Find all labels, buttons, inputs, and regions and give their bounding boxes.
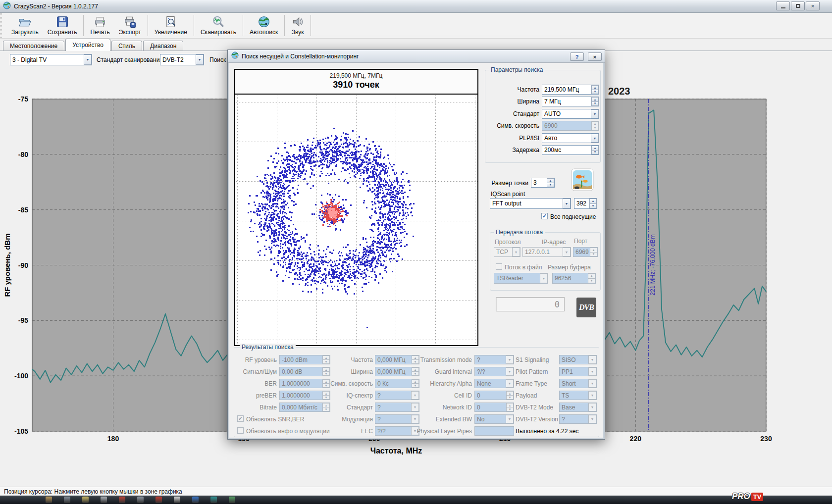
port-stepper: 6969 ▲▼: [573, 247, 598, 257]
point-size-stepper[interactable]: 3 ▲▼: [531, 178, 555, 188]
dialog-close-button[interactable]: ×: [588, 52, 602, 61]
taskbar-icon-5[interactable]: [137, 497, 144, 503]
spin-down-icon[interactable]: ▼: [547, 183, 554, 188]
spin-down-icon: ▼: [506, 407, 514, 411]
spin-up-icon[interactable]: ▲: [547, 178, 554, 183]
tab-range[interactable]: Диапазон: [143, 41, 183, 51]
spin-down-icon[interactable]: ▼: [589, 204, 597, 209]
spin-up-icon[interactable]: ▲: [591, 146, 599, 151]
results-checkbox-label-1: Обновлять инфо о модуляции: [246, 428, 330, 435]
result-field-col3-2: None▼: [474, 379, 514, 388]
chevron-down-icon: ▼: [588, 367, 596, 376]
chevron-down-icon: ▼: [588, 403, 596, 411]
taskbar-icon-8[interactable]: [192, 497, 199, 503]
param-label-3: Симв. скорость: [488, 122, 539, 129]
y-tick-label: -105: [14, 427, 28, 435]
param-label-5: Задержка: [488, 147, 539, 153]
param-field-5[interactable]: 200мс▲▼: [542, 145, 599, 155]
device-select[interactable]: 3 - Digital TV ▼: [10, 54, 92, 65]
toolbar-separator: [83, 15, 84, 36]
constellation-dialog[interactable]: Поиск несущей и Constellation-мониторинг…: [227, 50, 605, 440]
dialog-title: Поиск несущей и Constellation-мониторинг: [242, 53, 359, 60]
results-checkbox-1[interactable]: [237, 427, 244, 434]
buffer-size-stepper: 96256 ▲▼: [552, 273, 596, 284]
result-label-col1-1: Сигнал/Шум: [233, 368, 277, 375]
constellation-freq-label: 219,500 МГц, 7МГц: [235, 72, 477, 79]
spin-up-icon[interactable]: ▲: [591, 97, 599, 102]
tab-style[interactable]: Стиль: [111, 41, 142, 51]
spin-up-icon[interactable]: ▲: [589, 199, 597, 204]
toolbar-button-export-printer[interactable]: Экспорт: [114, 13, 146, 38]
spin-down-icon[interactable]: ▼: [591, 151, 599, 155]
result-field-col3-1: ?/?▼: [474, 367, 514, 376]
taskbar-icon-1[interactable]: [64, 497, 70, 503]
x-axis-title: Частота, MHz: [370, 447, 422, 455]
toolbar-button-autosearch-globe[interactable]: Автопоиск: [245, 13, 282, 38]
result-label-col4-1: Pilot Pattern: [516, 368, 557, 375]
taskbar-icon-6[interactable]: [156, 497, 162, 503]
param-field-4[interactable]: Авто▼: [542, 133, 599, 143]
param-label-2: Стандарт: [488, 110, 539, 117]
taskbar-icon-10[interactable]: [229, 497, 235, 503]
param-field-0[interactable]: 219,500 МГц▲▼: [542, 85, 599, 95]
toolbar-button-label: Увеличение: [155, 29, 187, 36]
all-subcarriers-checkbox[interactable]: ✓: [541, 213, 548, 219]
result-label-col2-4: Стандарт: [320, 404, 373, 411]
chevron-down-icon[interactable]: ▼: [591, 134, 599, 143]
constellation-canvas: [235, 96, 477, 345]
chevron-down-icon[interactable]: ▼: [591, 109, 599, 118]
scan-standard-select[interactable]: DVB-T2 ▼: [160, 54, 204, 65]
taskbar-icon-0[interactable]: [46, 497, 52, 503]
tab-label: Стиль: [118, 43, 135, 50]
dialog-titlebar[interactable]: Поиск несущей и Constellation-мониторинг: [228, 50, 605, 63]
spin-up-icon[interactable]: ▲: [591, 85, 599, 90]
taskbar-icon-4[interactable]: [119, 497, 125, 503]
stream-to-file-checkbox[interactable]: [496, 263, 502, 270]
main-titlebar[interactable]: CrazyScan2 - Версия 1.0.2.177: [0, 0, 832, 13]
toolbar-button-label: Загрузить: [11, 29, 39, 36]
results-checkbox-0[interactable]: ✓: [237, 415, 244, 422]
protv-pro-text: PRO: [732, 492, 750, 502]
toolbar-button-open-folder[interactable]: Загрузить: [7, 13, 43, 38]
windows-taskbar[interactable]: [0, 496, 832, 504]
result-field-col2-2: 0 Кс▲▼: [375, 379, 419, 388]
dialog-help-button[interactable]: ?: [570, 52, 584, 61]
chevron-down-icon: ▼: [563, 248, 571, 256]
chevron-down-icon[interactable]: ▼: [196, 54, 204, 65]
toolbar-button-speaker[interactable]: Звук: [287, 13, 309, 38]
iqscan-point-select[interactable]: FFT output ▼: [490, 198, 571, 209]
y-tick-label: -75: [18, 95, 28, 103]
port-label: Порт: [574, 238, 587, 245]
taskbar-icon-7[interactable]: [174, 497, 180, 503]
taskbar-icon-9[interactable]: [210, 497, 217, 503]
close-button[interactable]: ×: [806, 1, 820, 10]
minimize-button[interactable]: [776, 1, 790, 10]
taskbar-icon-3[interactable]: [101, 497, 107, 503]
spin-down-icon[interactable]: ▼: [591, 102, 599, 106]
result-value-col2-2: 0 Кс: [377, 380, 389, 387]
param-field-1[interactable]: 7 МГц▲▼: [542, 97, 599, 106]
spin-down-icon[interactable]: ▼: [591, 90, 599, 95]
param-field-2[interactable]: AUTO▼: [542, 109, 599, 119]
constellation-panel: 219,500 МГц, 7МГц 3910 точек: [234, 69, 478, 346]
result-value-col2-5: ?: [377, 416, 381, 423]
result-value-col3-2: None: [477, 380, 491, 387]
toolbar-button-scan-magnifier[interactable]: Сканировать: [196, 13, 241, 38]
taskbar-icon-2[interactable]: [82, 497, 89, 503]
iqscan-index-stepper[interactable]: 392 ▲▼: [574, 198, 597, 209]
result-field-col2-0: 0,000 МГц▲▼: [375, 355, 419, 364]
result-label-col4-0: S1 Signaling: [516, 356, 557, 363]
tab-device[interactable]: Устройство: [65, 39, 110, 51]
result-value-col2-4: ?: [377, 404, 381, 411]
chevron-down-icon[interactable]: ▼: [84, 54, 92, 65]
maximize-button[interactable]: [791, 1, 805, 10]
device-select-value: 3 - Digital TV: [12, 56, 47, 63]
result-label-col3-5: Extended BW: [414, 416, 472, 423]
chevron-down-icon[interactable]: ▼: [563, 199, 571, 208]
tab-location[interactable]: Местоположение: [3, 41, 64, 51]
result-value-col3-0: ?: [477, 356, 480, 363]
toolbar-button-zoom-document[interactable]: Увеличение: [150, 13, 192, 38]
result-spin: ▲▼: [506, 391, 514, 400]
toolbar-button-save-floppy[interactable]: Сохранить: [43, 13, 82, 38]
toolbar-button-printer[interactable]: Печать: [86, 13, 114, 38]
